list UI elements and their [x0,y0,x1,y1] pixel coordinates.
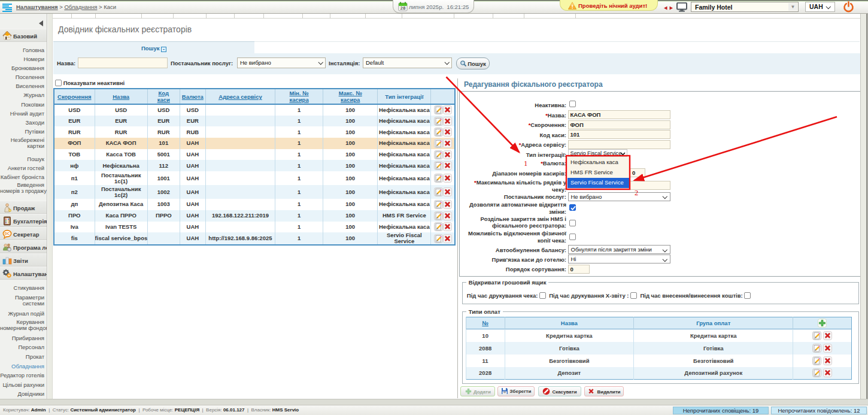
svg-text:28: 28 [400,5,406,11]
svg-text:DC: DC [5,232,10,235]
